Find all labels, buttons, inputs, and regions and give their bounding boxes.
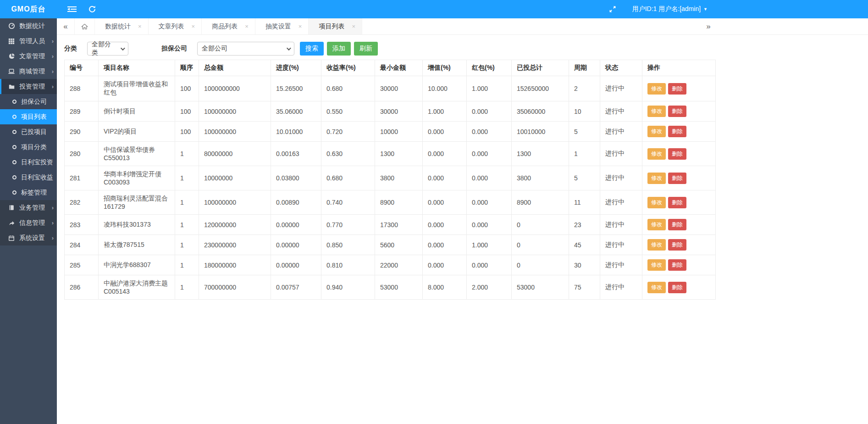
collapse-menu-icon[interactable] <box>67 4 77 14</box>
sidebar-item-project-list[interactable]: 项目列表 <box>0 109 57 124</box>
cell-increase: 1.000 <box>423 101 467 122</box>
edit-button[interactable]: 修改 <box>647 83 666 95</box>
category-select[interactable]: 全部分类 <box>87 42 128 56</box>
delete-button[interactable]: 删除 <box>668 83 686 95</box>
edit-button[interactable]: 修改 <box>647 148 666 160</box>
cell-cycle: 45 <box>569 235 600 255</box>
cell-status: 进行中 <box>600 76 642 101</box>
refresh-icon[interactable] <box>87 4 97 14</box>
tab-lottery[interactable]: 抽奖设置× <box>255 18 309 34</box>
edit-button[interactable]: 修改 <box>647 106 666 117</box>
sidebar-item-invest[interactable]: 投资管理› <box>0 79 57 94</box>
cell-redpacket: 0.000 <box>467 190 512 215</box>
close-icon[interactable]: × <box>299 23 302 30</box>
cell-id: 280 <box>65 142 99 166</box>
sidebar-item-label: 投资管理 <box>19 83 45 91</box>
table-row: 285中润光学68830711800000000.000000.81022000… <box>65 255 716 275</box>
cell-min: 17300 <box>375 215 423 235</box>
sidebar-item-admins[interactable]: 管理人员› <box>0 33 57 49</box>
delete-button[interactable]: 删除 <box>668 126 686 137</box>
sidebar-item-project-categories[interactable]: 项目分类 <box>0 139 57 155</box>
delete-button[interactable]: 删除 <box>668 173 686 184</box>
edit-button[interactable]: 修改 <box>647 173 666 184</box>
close-icon[interactable]: × <box>138 23 142 30</box>
cell-id: 285 <box>65 255 99 275</box>
cell-total: 100000000 <box>199 122 271 142</box>
cell-actions: 修改删除 <box>642 122 716 142</box>
sidebar-item-tags[interactable]: 标签管理 <box>0 185 57 200</box>
column-header-name: 项目名称 <box>99 60 175 76</box>
cell-progress: 0.03800 <box>271 166 321 190</box>
cell-progress: 35.06000 <box>271 101 321 122</box>
cell-id: 281 <box>65 166 99 190</box>
sidebar-item-invested-projects[interactable]: 已投项目 <box>0 124 57 139</box>
cell-actions: 修改删除 <box>642 275 716 300</box>
cell-order: 1 <box>175 190 199 215</box>
cell-id: 289 <box>65 101 99 122</box>
sidebar-item-business[interactable]: 业务管理› <box>0 200 57 215</box>
delete-button[interactable]: 删除 <box>668 282 686 293</box>
tab-label: 抽奖设置 <box>265 22 291 31</box>
table-row: 280中信保诚景华债券C5500131800000000.001630.6301… <box>65 142 716 166</box>
cell-name: 倒计时项目 <box>99 101 175 122</box>
sidebar-item-mall[interactable]: 商城管理› <box>0 64 57 79</box>
delete-button[interactable]: 删除 <box>668 197 686 208</box>
fullscreen-icon[interactable] <box>608 4 618 14</box>
close-icon[interactable]: × <box>352 23 355 30</box>
tabs-scroll-left[interactable]: « <box>57 18 74 34</box>
sidebar-item-guarantee-company[interactable]: 担保公司 <box>0 94 57 109</box>
cell-name: 测试项目带增值收益和红包 <box>99 76 175 101</box>
search-button[interactable]: 搜索 <box>300 42 324 56</box>
close-icon[interactable]: × <box>192 23 195 30</box>
sidebar-item-system[interactable]: 系统设置› <box>0 230 57 245</box>
home-tab[interactable] <box>74 18 94 34</box>
sidebar-item-daily-income[interactable]: 日利宝收益 <box>0 170 57 185</box>
column-header-progress: 进度(%) <box>271 60 321 76</box>
close-icon[interactable]: × <box>245 23 249 30</box>
sidebar-item-stats[interactable]: 数据统计 <box>0 18 57 33</box>
circle-icon <box>12 100 17 104</box>
delete-button[interactable]: 删除 <box>668 239 686 251</box>
edit-button[interactable]: 修改 <box>647 126 666 137</box>
main-area: « 数据统计×文章列表×商品列表×抽奖设置×项目列表× » 分类 全部分类 担保… <box>57 18 868 424</box>
cell-invested: 35060000 <box>512 101 569 122</box>
grid-icon <box>8 38 15 45</box>
company-select-value: 全部公司 <box>202 45 227 53</box>
cell-cycle: 1 <box>569 142 600 166</box>
cell-redpacket: 0.000 <box>467 142 512 166</box>
cell-min: 10000 <box>375 122 423 142</box>
company-select[interactable]: 全部公司 <box>197 42 294 56</box>
delete-button[interactable]: 删除 <box>668 259 686 271</box>
sidebar-item-articles[interactable]: 文章管理› <box>0 49 57 64</box>
edit-button[interactable]: 修改 <box>647 239 666 251</box>
circle-icon <box>12 145 17 149</box>
cell-id: 290 <box>65 122 99 142</box>
sidebar-item-daily-invest[interactable]: 日利宝投资 <box>0 155 57 170</box>
tab-project-list[interactable]: 项目列表× <box>309 18 362 34</box>
add-button[interactable]: 添加 <box>327 42 351 56</box>
delete-button[interactable]: 删除 <box>668 106 686 117</box>
cell-redpacket: 0.000 <box>467 122 512 142</box>
cell-total: 700000000 <box>199 275 271 300</box>
delete-button[interactable]: 删除 <box>668 219 686 230</box>
tabs-scroll-right[interactable]: » <box>700 18 717 34</box>
edit-button[interactable]: 修改 <box>647 197 666 208</box>
tab-stats[interactable]: 数据统计× <box>94 18 149 34</box>
cell-progress: 0.00000 <box>271 235 321 255</box>
edit-button[interactable]: 修改 <box>647 219 666 230</box>
table-row: 288测试项目带增值收益和红包100100000000015.265000.68… <box>65 76 716 101</box>
edit-button[interactable]: 修改 <box>647 259 666 271</box>
cell-redpacket: 0.000 <box>467 101 512 122</box>
cell-id: 283 <box>65 215 99 235</box>
edit-button[interactable]: 修改 <box>647 282 666 293</box>
user-dropdown[interactable]: 用户ID:1 用户名:[admin] ▼ <box>632 5 708 13</box>
cell-order: 1 <box>175 255 199 275</box>
cell-order: 1 <box>175 235 199 255</box>
cell-actions: 修改删除 <box>642 142 716 166</box>
circle-icon <box>12 130 17 134</box>
tab-goods-list[interactable]: 商品列表× <box>202 18 255 34</box>
sidebar-item-info[interactable]: 信息管理› <box>0 215 57 230</box>
delete-button[interactable]: 删除 <box>668 148 686 160</box>
refresh-button[interactable]: 刷新 <box>354 42 378 56</box>
tab-article-list[interactable]: 文章列表× <box>149 18 202 34</box>
